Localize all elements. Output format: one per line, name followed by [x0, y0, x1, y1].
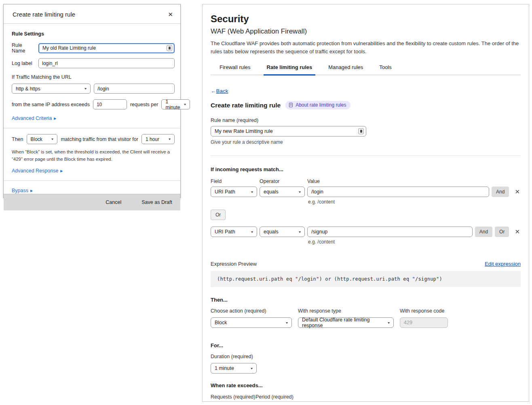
and-button[interactable]: And: [475, 227, 492, 237]
dialog-title: Create rate limiting rule: [13, 11, 75, 18]
url-field-wrap: [94, 84, 175, 94]
scheme-select-value: http & https: [16, 86, 40, 92]
traffic-match-heading: If Traffic Matching the URL: [12, 74, 175, 80]
about-rate-limiting-badge[interactable]: About rate limiting rules: [285, 101, 350, 109]
response-type-label: With response type: [298, 308, 394, 314]
rule-name-label: Rule name (required): [211, 118, 521, 123]
log-label-label: Log label: [12, 61, 35, 66]
close-icon[interactable]: ✕: [167, 10, 174, 18]
or-button[interactable]: Or: [211, 210, 226, 220]
operator-select-value: equals: [264, 229, 279, 235]
operator-column-label: Operator: [260, 178, 305, 184]
advanced-criteria-link[interactable]: Advanced Criteria: [12, 115, 57, 121]
action-select[interactable]: Block: [27, 134, 58, 144]
bypass-link[interactable]: Bypass: [12, 188, 33, 193]
period-select-value: 1 minute: [165, 99, 180, 110]
duration-label: Duration (required): [211, 354, 521, 359]
value-hint: e.g. /content: [308, 239, 521, 245]
threshold-row: from the same IP address exceeds request…: [12, 99, 175, 109]
back-label: Back: [216, 88, 228, 94]
value-input[interactable]: [307, 187, 489, 197]
duration-select-value: 1 minute: [215, 365, 234, 371]
threshold-input[interactable]: [93, 99, 127, 109]
dialog-footer: Cancel Save as Draft: [4, 194, 180, 210]
url-input[interactable]: [94, 84, 175, 94]
then-columns: Choose action (required) Block With resp…: [211, 308, 521, 328]
field-select-value: URI Path: [215, 229, 235, 235]
action-select-value: Block: [31, 136, 42, 142]
expression-preview-row: Expression Preview Edit expression: [211, 261, 521, 267]
for-heading: For...: [211, 342, 521, 348]
create-rate-limiting-rule-dialog: Create rate limiting rule ✕ Rule Setting…: [3, 4, 181, 198]
action-select[interactable]: Block: [211, 317, 292, 328]
log-label-input[interactable]: [38, 58, 175, 68]
autofill-extension-icon[interactable]: [167, 45, 172, 51]
form-title: Create rate limiting rule: [211, 102, 281, 109]
expression-preview-code: (http.request.uri.path eq "/login") or (…: [211, 271, 521, 287]
remove-condition-icon[interactable]: ✕: [514, 228, 521, 235]
waf-tabs: Firewall rules Rate limiting rules Manag…: [211, 62, 521, 75]
threshold-suffix-text: requests per: [130, 102, 158, 107]
rule-name-field-wrap: [38, 43, 175, 53]
dialog-body: Rule Settings Rule Name Log label If Tra…: [4, 24, 180, 194]
security-waf-panel: Security WAF (Web Application Firewall) …: [202, 4, 529, 402]
save-as-draft-button[interactable]: Save as Draft: [140, 199, 174, 206]
back-link[interactable]: ←Back: [211, 88, 228, 94]
rule-name-help: Give your rule a descriptive name: [211, 139, 521, 145]
form-title-row: Create rate limiting rule About rate lim…: [211, 101, 521, 109]
ban-duration-select[interactable]: 1 hour: [141, 134, 175, 144]
dialog-header: Create rate limiting rule ✕: [4, 4, 180, 24]
requests-label: Requests (required): [211, 394, 255, 400]
value-input[interactable]: [307, 227, 473, 237]
response-code-label: With response code: [400, 308, 448, 314]
period-select[interactable]: 1 minute: [161, 99, 190, 109]
rule-settings-heading: Rule Settings: [12, 31, 175, 37]
screenshot-root: Create rate limiting rule ✕ Rule Setting…: [0, 0, 532, 405]
scheme-select[interactable]: http & https: [12, 84, 91, 94]
tab-tools[interactable]: Tools: [376, 62, 395, 76]
divider: [4, 180, 180, 181]
then-row: Then Block matching traffic from that vi…: [12, 134, 175, 144]
divider: [211, 155, 521, 156]
operator-select[interactable]: equals: [260, 227, 305, 237]
rate-labels-row: Requests (required) Period (required): [211, 394, 521, 400]
log-label-field-wrap: [38, 58, 175, 68]
url-match-row: http & https: [12, 84, 175, 94]
operator-select[interactable]: equals: [260, 187, 305, 197]
tab-managed-rules[interactable]: Managed rules: [325, 62, 366, 76]
condition-row: URI Path equals And ✕: [211, 187, 521, 197]
threshold-prefix-text: from the same IP address exceeds: [12, 102, 90, 107]
operator-select-value: equals: [264, 189, 279, 195]
value-hint: e.g. /content: [308, 199, 521, 205]
condition-header-row: Field Operator Value: [211, 178, 521, 184]
incoming-requests-heading: If incoming requests match...: [211, 166, 521, 172]
response-type-column: With response type Default Cloudflare ra…: [298, 308, 394, 328]
value-column-label: Value: [307, 178, 320, 184]
rule-name-input[interactable]: [38, 43, 175, 53]
rule-name-input[interactable]: [211, 126, 366, 136]
waf-description: The Cloudflare WAF provides both automat…: [211, 40, 521, 55]
tab-rate-limiting-rules[interactable]: Rate limiting rules: [264, 62, 316, 76]
edit-expression-link[interactable]: Edit expression: [485, 261, 521, 267]
remove-condition-icon[interactable]: ✕: [514, 188, 521, 195]
and-button[interactable]: And: [492, 187, 509, 197]
ban-duration-value: 1 hour: [146, 136, 159, 142]
or-button[interactable]: Or: [495, 227, 509, 237]
autofill-extension-icon[interactable]: [358, 128, 364, 134]
advanced-response-link[interactable]: Advanced Response: [12, 168, 63, 174]
field-select[interactable]: URI Path: [211, 187, 257, 197]
then-label: Then: [12, 136, 23, 142]
tab-firewall-rules[interactable]: Firewall rules: [216, 62, 254, 76]
response-code-column: With response code: [400, 308, 448, 328]
field-select[interactable]: URI Path: [211, 227, 257, 237]
field-column-label: Field: [211, 178, 257, 184]
cancel-button[interactable]: Cancel: [104, 199, 123, 206]
response-type-value: Default Cloudflare rate limiting respons…: [302, 317, 384, 328]
action-select-value: Block: [215, 320, 227, 325]
response-type-select[interactable]: Default Cloudflare rate limiting respons…: [298, 317, 394, 328]
period-label: Period (required): [255, 394, 293, 400]
about-badge-label: About rate limiting rules: [296, 102, 346, 108]
duration-select[interactable]: 1 minute: [211, 363, 257, 374]
action-column: Choose action (required) Block: [211, 308, 292, 328]
response-code-input: [400, 317, 448, 328]
